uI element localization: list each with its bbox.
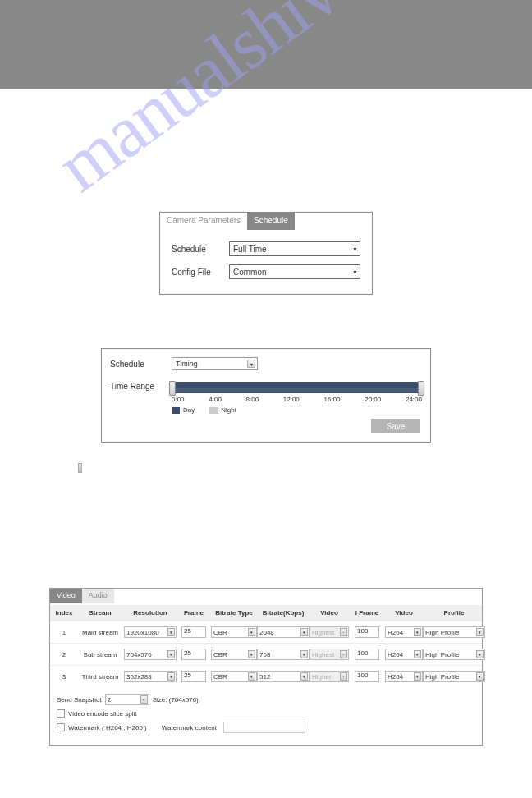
tick-12: 12:00 (283, 396, 300, 403)
timing-panel: Schedule Timing ▾ Time Range 0:00 4:00 8… (101, 348, 431, 443)
config-file-value: Common (233, 268, 267, 277)
col-profile: Profile (423, 609, 485, 617)
cell-select: Highest▾ (310, 626, 349, 638)
cell-select[interactable]: CBR▾ (211, 626, 257, 638)
timing-schedule-value: Timing (176, 360, 198, 368)
iframe-input[interactable]: 100 (355, 626, 379, 638)
drag-handle-icon (78, 463, 82, 473)
cell-select: Highest▾ (310, 649, 349, 660)
timing-schedule-row: Schedule Timing ▾ (110, 357, 422, 370)
send-snapshot-select[interactable]: 2▾ (105, 694, 149, 705)
cell-select[interactable]: 1920x1080▾ (124, 626, 177, 638)
col-frame: Frame (177, 609, 211, 617)
tab-schedule[interactable]: Schedule (247, 213, 295, 230)
cell-select: Higher▾ (310, 671, 349, 682)
schedule-select[interactable]: Full Time ▼ (229, 241, 360, 256)
timing-schedule-label: Schedule (110, 360, 172, 369)
cell-select[interactable]: 768▾ (257, 649, 310, 660)
legend-night-label: Night (221, 406, 236, 414)
top-header-bar (0, 0, 532, 89)
stream-table: Index Stream Resolution Frame Bitrate Ty… (50, 605, 482, 687)
cell-select[interactable]: 512▾ (257, 671, 310, 682)
slice-split-label: Video encode slice split (68, 710, 136, 718)
night-swatch (209, 407, 218, 414)
send-snapshot-label: Send Snapshot (57, 696, 102, 704)
watermark-content-input[interactable] (223, 722, 305, 733)
tick-0: 0:00 (172, 396, 185, 403)
frame-input[interactable]: 25 (181, 671, 206, 682)
schedule-label: Schedule (172, 245, 229, 254)
watermark-checkbox[interactable] (57, 723, 65, 732)
tick-24: 24:00 (406, 396, 422, 403)
send-snapshot-row: Send Snapshot 2▾ Size: (704x576) (57, 694, 475, 705)
cell-select[interactable]: High Profile▾ (423, 649, 485, 660)
schedule-panel: Camera Parameters Schedule Schedule Full… (159, 212, 373, 295)
cell-stream: Third stream (76, 673, 124, 681)
video-tabs: Video Audio (50, 589, 482, 603)
watermark-row: Watermark ( H264 , H265 ) Watermark cont… (57, 722, 475, 733)
tab-video[interactable]: Video (50, 589, 82, 603)
slice-split-checkbox[interactable] (57, 709, 65, 718)
table-header: Index Stream Resolution Frame Bitrate Ty… (50, 605, 482, 621)
tick-8: 8:00 (246, 396, 259, 403)
cell-index: 1 (52, 629, 76, 636)
chevron-down-icon: ▾ (140, 695, 148, 704)
time-range-handle-left[interactable] (169, 381, 176, 396)
cell-select[interactable]: H264▾ (385, 649, 423, 660)
cell-stream: Main stream (76, 629, 124, 636)
day-swatch (172, 407, 180, 414)
col-iframe: I Frame (349, 609, 385, 617)
video-settings-panel: Video Audio Index Stream Resolution Fram… (49, 588, 483, 746)
table-row: 1Main stream1920x1080▾25CBR▾2048▾Highest… (50, 621, 482, 643)
frame-input[interactable]: 25 (181, 649, 206, 660)
col-bitrate-type: Bitrate Type (211, 609, 257, 617)
cell-select[interactable]: CBR▾ (211, 671, 257, 682)
tab-audio[interactable]: Audio (82, 589, 114, 603)
iframe-input[interactable]: 100 (355, 649, 379, 660)
time-range-handle-right[interactable] (418, 381, 424, 396)
tick-20: 20:00 (365, 396, 381, 403)
cell-select[interactable]: 352x288▾ (124, 671, 177, 682)
table-row: 2Sub stream704x576▾25CBR▾768▾Highest▾100… (50, 643, 482, 665)
cell-select[interactable]: High Profile▾ (423, 671, 485, 682)
video-options: Send Snapshot 2▾ Size: (704x576) Video e… (50, 687, 482, 745)
time-range-row: Time Range 0:00 4:00 8:00 12:00 16:00 20… (110, 382, 422, 414)
save-button[interactable]: Save (371, 419, 420, 433)
schedule-row: Schedule Full Time ▼ (172, 241, 360, 256)
cell-index: 3 (52, 673, 76, 681)
schedule-tabs: Camera Parameters Schedule (160, 212, 372, 230)
col-video2: Video (385, 609, 423, 617)
chevron-down-icon: ▾ (247, 360, 255, 368)
cell-select[interactable]: 704x576▾ (124, 649, 177, 660)
config-file-label: Config File (172, 268, 229, 277)
col-index: Index (52, 609, 76, 617)
time-range-bar[interactable] (172, 382, 422, 393)
timing-schedule-select[interactable]: Timing ▾ (172, 357, 258, 370)
iframe-input[interactable]: 100 (355, 671, 379, 682)
cell-select[interactable]: CBR▾ (211, 649, 257, 660)
legend-day: Day (172, 406, 195, 414)
cell-select[interactable]: H264▾ (385, 671, 423, 682)
schedule-value: Full Time (233, 245, 267, 254)
watermark-content-label: Watermark content (162, 724, 217, 732)
legend-day-label: Day (183, 406, 195, 414)
cell-select[interactable]: High Profile▾ (423, 626, 485, 638)
tick-16: 16:00 (324, 396, 341, 403)
tab-camera-parameters[interactable]: Camera Parameters (160, 213, 247, 230)
config-file-row: Config File Common ▼ (172, 264, 360, 279)
cell-select[interactable]: H264▾ (385, 626, 423, 638)
page-content: Camera Parameters Schedule Schedule Full… (0, 212, 532, 779)
tick-4: 4:00 (209, 396, 222, 403)
cell-select[interactable]: 2048▾ (257, 626, 310, 638)
time-ticks: 0:00 4:00 8:00 12:00 16:00 20:00 24:00 (172, 396, 422, 403)
legend: Day Night (172, 406, 422, 414)
chevron-down-icon: ▼ (352, 269, 358, 275)
send-snapshot-value: 2 (108, 696, 111, 704)
col-bitrate: Bitrate(Kbps) (257, 609, 310, 617)
chevron-down-icon: ▼ (352, 246, 358, 252)
config-file-select[interactable]: Common ▼ (229, 264, 360, 279)
cell-index: 2 (52, 651, 76, 658)
legend-night: Night (209, 406, 236, 414)
slice-split-row: Video encode slice split (57, 709, 475, 718)
frame-input[interactable]: 25 (181, 626, 206, 638)
